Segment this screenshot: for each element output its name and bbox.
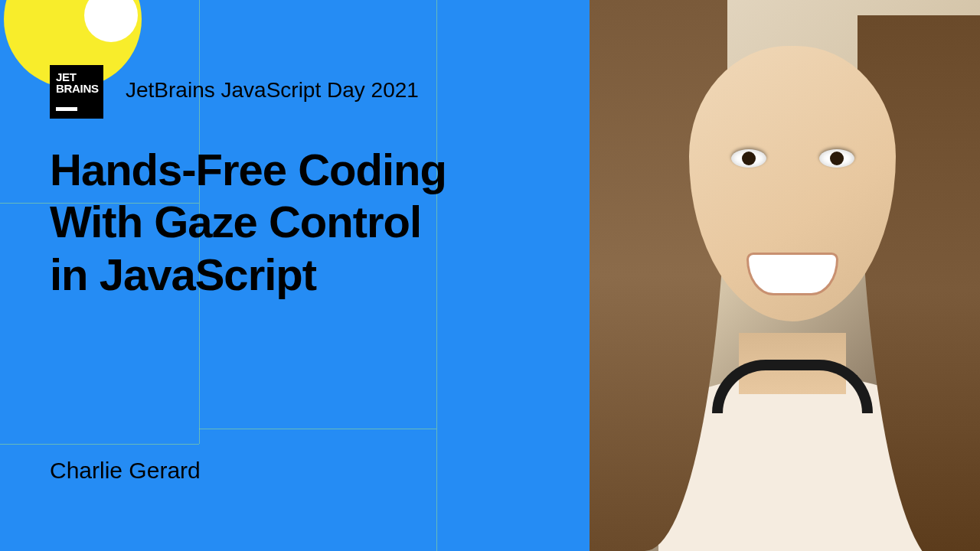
photo-placeholder <box>590 0 980 551</box>
slide-container: JET BRAINS JetBrains JavaScript Day 2021… <box>0 0 980 551</box>
speaker-name: Charlie Gerard <box>50 458 201 484</box>
content-panel: JET BRAINS JetBrains JavaScript Day 2021… <box>0 0 590 551</box>
logo-bar <box>56 107 77 111</box>
jetbrains-logo: JET BRAINS <box>50 65 103 119</box>
talk-title: Hands-Free Coding With Gaze Control in J… <box>50 144 446 301</box>
event-name: JetBrains JavaScript Day 2021 <box>126 78 419 103</box>
logo-text-line2: BRAINS <box>56 83 97 94</box>
logo-text-line1: JET <box>56 71 97 83</box>
speaker-photo <box>590 0 980 551</box>
